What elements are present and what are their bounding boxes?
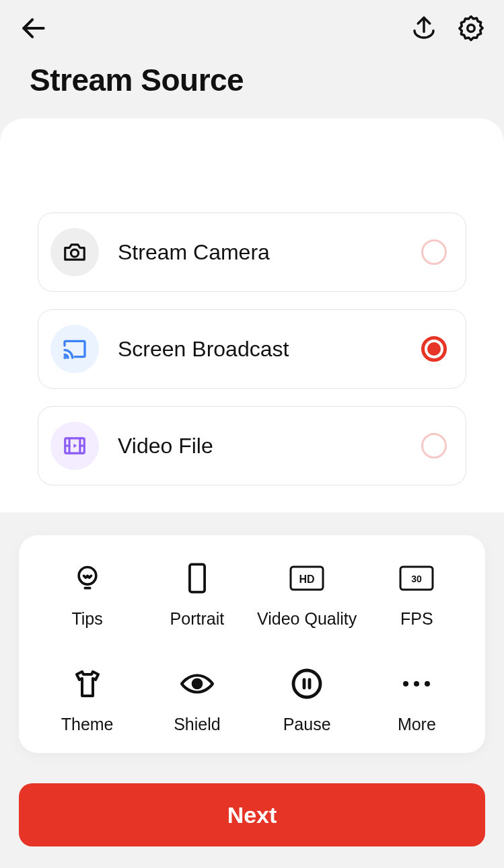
- setting-shield[interactable]: Shield: [143, 666, 251, 734]
- radio-unselected: [421, 239, 447, 265]
- radio-selected: [421, 336, 447, 362]
- hd-icon: HD: [289, 565, 324, 591]
- setting-label: Video Quality: [257, 609, 357, 629]
- next-button[interactable]: Next: [19, 783, 485, 846]
- settings-button[interactable]: [457, 14, 485, 42]
- fps-icon: 30: [399, 565, 434, 591]
- option-video-file[interactable]: Video File: [38, 406, 466, 485]
- option-label: Video File: [118, 434, 421, 459]
- setting-video-quality[interactable]: HD Video Quality: [253, 561, 361, 629]
- svg-point-1: [468, 25, 475, 32]
- svg-point-18: [293, 670, 320, 697]
- radio-unselected: [421, 433, 447, 459]
- cast-icon: [61, 336, 88, 362]
- svg-point-2: [71, 249, 78, 257]
- setting-label: More: [398, 715, 436, 734]
- portrait-icon: [184, 562, 210, 594]
- option-screen-broadcast[interactable]: Screen Broadcast: [38, 309, 466, 389]
- svg-point-3: [65, 357, 66, 358]
- tshirt-icon: [71, 669, 104, 699]
- back-button[interactable]: [19, 13, 48, 43]
- page-title: Stream Source: [0, 43, 504, 118]
- setting-pause[interactable]: Pause: [253, 666, 361, 734]
- setting-tips[interactable]: Tips: [34, 561, 141, 629]
- setting-label: Theme: [61, 715, 114, 734]
- cast-icon-wrap: [50, 325, 99, 373]
- svg-text:30: 30: [412, 574, 423, 584]
- setting-portrait[interactable]: Portrait: [143, 561, 251, 629]
- svg-rect-12: [190, 564, 205, 592]
- option-stream-camera[interactable]: Stream Camera: [38, 212, 466, 292]
- upload-icon: [410, 14, 438, 42]
- svg-point-22: [414, 681, 419, 686]
- svg-point-17: [193, 680, 202, 688]
- share-button[interactable]: [410, 14, 438, 42]
- setting-label: Portrait: [170, 609, 225, 629]
- lightbulb-icon: [73, 563, 102, 593]
- option-label: Screen Broadcast: [118, 337, 421, 362]
- film-icon-wrap: [50, 422, 99, 470]
- eye-icon: [180, 672, 214, 696]
- source-options-card: Stream Camera Screen Broadcast Video Fil…: [0, 118, 504, 512]
- setting-label: Pause: [283, 715, 331, 734]
- setting-label: FPS: [400, 609, 433, 629]
- camera-icon-wrap: [50, 228, 99, 276]
- svg-point-21: [403, 681, 408, 686]
- more-icon: [402, 680, 431, 688]
- setting-label: Tips: [71, 609, 102, 629]
- gear-icon: [457, 14, 485, 42]
- setting-theme[interactable]: Theme: [34, 666, 141, 734]
- setting-fps[interactable]: 30 FPS: [363, 561, 470, 629]
- setting-label: Shield: [174, 715, 221, 734]
- camera-icon: [62, 239, 87, 265]
- settings-panel: Tips Portrait HD Video Quality 30 FPS Th…: [19, 535, 485, 753]
- svg-text:HD: HD: [299, 574, 315, 585]
- svg-marker-9: [73, 444, 77, 448]
- svg-point-23: [425, 681, 430, 686]
- film-icon: [62, 433, 87, 459]
- pause-icon: [291, 668, 323, 700]
- arrow-left-icon: [19, 13, 48, 43]
- option-label: Stream Camera: [118, 240, 421, 265]
- setting-more[interactable]: More: [363, 666, 470, 734]
